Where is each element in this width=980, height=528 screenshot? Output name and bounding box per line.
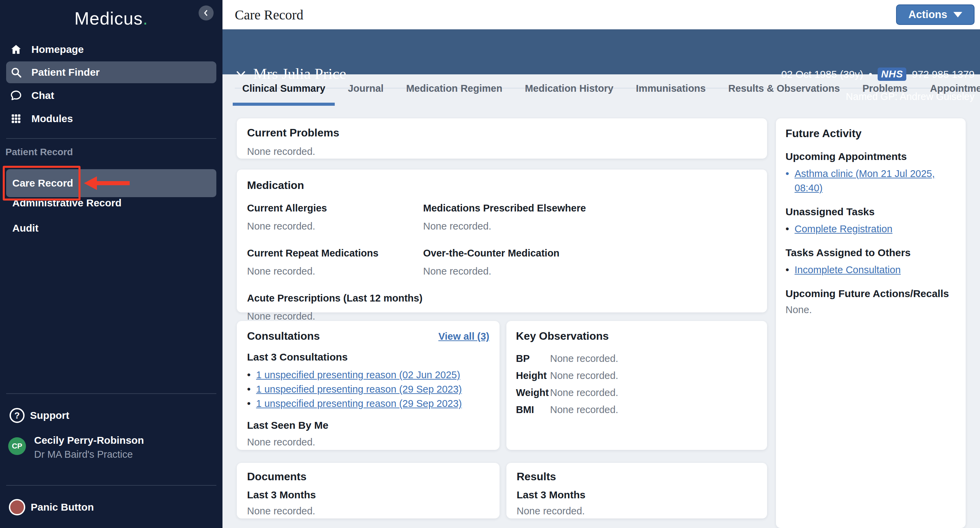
annotation-arrow-icon: [84, 177, 97, 190]
user-practice: Dr MA Baird's Practice: [34, 449, 144, 460]
group-value: None recorded.: [423, 266, 757, 277]
group-value: None recorded.: [423, 221, 757, 232]
sidebar-divider: [6, 393, 216, 394]
patient-banner: Mrs Julia Price 02 Oct 1985 (39y) • NHS …: [223, 29, 980, 74]
collapse-sidebar-button[interactable]: [199, 5, 213, 21]
panic-button[interactable]: Panic Button: [9, 498, 216, 517]
observation-row: Weight None recorded.: [516, 384, 757, 401]
sidebar-item-administrative-record[interactable]: Administrative Record: [6, 193, 216, 213]
chevron-left-icon: [202, 9, 210, 17]
medication-card: Medication Current Allergies None record…: [237, 170, 767, 312]
chat-icon: [10, 89, 22, 102]
actions-button-label: Actions: [908, 8, 947, 21]
list-item: 1 unspecified presenting reason (29 Sep …: [247, 382, 489, 396]
tab-medication-regimen[interactable]: Medication Regimen: [396, 74, 512, 106]
medication-group: Medications Prescribed Elsewhere None re…: [423, 203, 757, 232]
sidebar: Medicus. Homepage Patient Finder Chat: [0, 0, 223, 528]
avatar: CP: [8, 437, 26, 455]
sidebar-divider: [6, 138, 216, 139]
last-3-months-label: Last 3 Months: [247, 489, 489, 501]
last-3-months-label: Last 3 Months: [517, 489, 757, 501]
observation-label: Height: [516, 370, 550, 381]
page-title: Care Record: [235, 0, 303, 29]
medication-group: Current Allergies None recorded.: [247, 203, 423, 232]
tab-medication-history[interactable]: Medication History: [515, 74, 623, 106]
sidebar-item-label: Patient Finder: [32, 67, 100, 78]
empty-state-text: None recorded.: [517, 506, 757, 517]
card-title: Medication: [247, 179, 757, 192]
sidebar-item-chat[interactable]: Chat: [6, 84, 216, 107]
observation-label: Weight: [516, 387, 550, 398]
unassigned-tasks-label: Unassigned Tasks: [786, 206, 956, 218]
medication-group: Acute Prescriptions (Last 12 months) Non…: [247, 293, 757, 322]
tab-clinical-summary[interactable]: Clinical Summary: [233, 74, 335, 106]
group-value: None recorded.: [247, 221, 423, 232]
list-item: Complete Registration: [786, 222, 956, 236]
task-link[interactable]: Complete Registration: [795, 222, 892, 236]
group-label: Over-the-Counter Medication: [423, 248, 757, 259]
observation-value: None recorded.: [550, 370, 618, 381]
consultations-card: Consultations View all (3) Last 3 Consul…: [237, 321, 500, 450]
card-title: Consultations: [247, 330, 320, 342]
last-3-consultations-label: Last 3 Consultations: [247, 351, 489, 363]
observation-value: None recorded.: [550, 404, 618, 415]
empty-state-text: None recorded.: [247, 506, 489, 517]
empty-state-text: None recorded.: [247, 437, 489, 448]
list-item: Incomplete Consultation: [786, 262, 956, 277]
sidebar-item-label: Support: [30, 410, 69, 421]
observation-value: None recorded.: [550, 387, 618, 398]
sidebar-item-modules[interactable]: Modules: [6, 108, 216, 130]
modules-icon: [10, 112, 22, 125]
sidebar-item-patient-finder[interactable]: Patient Finder: [6, 61, 216, 83]
tab-journal[interactable]: Journal: [338, 74, 393, 106]
tab-appointments[interactable]: Appointments: [921, 74, 980, 106]
future-activity-card: Future Activity Upcoming Appointments As…: [776, 118, 966, 528]
results-card: Results Last 3 Months None recorded.: [506, 463, 767, 518]
card-title: Results: [517, 470, 757, 483]
last-seen-by-me-label: Last Seen By Me: [247, 420, 489, 431]
key-observations-card: Key Observations BP None recorded. Heigh…: [506, 321, 767, 450]
sidebar-item-homepage[interactable]: Homepage: [6, 38, 216, 60]
user-profile[interactable]: CP Cecily Perry-Robinson Dr MA Baird's P…: [8, 434, 216, 460]
documents-card: Documents Last 3 Months None recorded.: [237, 463, 500, 518]
help-icon: ?: [10, 408, 25, 423]
home-icon: [10, 43, 22, 56]
list-item: 1 unspecified presenting reason (02 Jun …: [247, 368, 489, 382]
annotation-arrow-line: [96, 181, 130, 185]
list-item: 1 unspecified presenting reason (29 Sep …: [247, 396, 489, 411]
tab-results-observations[interactable]: Results & Observations: [719, 74, 849, 106]
panic-button-label: Panic Button: [31, 501, 94, 513]
medication-group: Over-the-Counter Medication None recorde…: [423, 248, 757, 277]
view-all-consultations-link[interactable]: View all (3): [439, 331, 489, 342]
sidebar-item-support[interactable]: ? Support: [6, 406, 216, 425]
observation-row: BMI None recorded.: [516, 401, 757, 418]
medication-group: Current Repeat Medications None recorded…: [247, 248, 423, 277]
observation-row: BP None recorded.: [516, 350, 757, 367]
record-tabs: Clinical Summary Journal Medication Regi…: [223, 74, 980, 106]
card-title: Documents: [247, 470, 489, 483]
patient-record-section-label: Patient Record: [5, 147, 73, 157]
card-title: Current Problems: [247, 127, 757, 139]
tab-problems[interactable]: Problems: [853, 74, 917, 106]
upcoming-appointments-label: Upcoming Appointments: [786, 151, 956, 162]
group-value: None recorded.: [247, 266, 423, 277]
list-item: Asthma clinic (Mon 21 Jul 2025, 08:40): [786, 167, 956, 195]
appointment-link[interactable]: Asthma clinic (Mon 21 Jul 2025, 08:40): [795, 167, 956, 195]
sidebar-item-audit[interactable]: Audit: [6, 218, 216, 238]
consultation-link[interactable]: 1 unspecified presenting reason (29 Sep …: [256, 382, 462, 396]
consultation-link[interactable]: 1 unspecified presenting reason (02 Jun …: [256, 368, 460, 382]
task-link[interactable]: Incomplete Consultation: [795, 262, 901, 277]
consultation-link[interactable]: 1 unspecified presenting reason (29 Sep …: [256, 396, 462, 411]
sidebar-item-label: Homepage: [32, 44, 84, 55]
tab-immunisations[interactable]: Immunisations: [627, 74, 716, 106]
sidebar-item-label: Modules: [32, 113, 73, 124]
group-value: None recorded.: [247, 311, 757, 322]
group-label: Current Allergies: [247, 203, 423, 214]
empty-state-text: None.: [786, 304, 956, 315]
search-icon: [10, 66, 22, 79]
observation-row: Height None recorded.: [516, 367, 757, 384]
actions-button[interactable]: Actions: [896, 5, 975, 25]
tasks-assigned-to-others-label: Tasks Assigned to Others: [786, 247, 956, 259]
user-name: Cecily Perry-Robinson: [34, 434, 144, 446]
observation-value: None recorded.: [550, 353, 618, 364]
